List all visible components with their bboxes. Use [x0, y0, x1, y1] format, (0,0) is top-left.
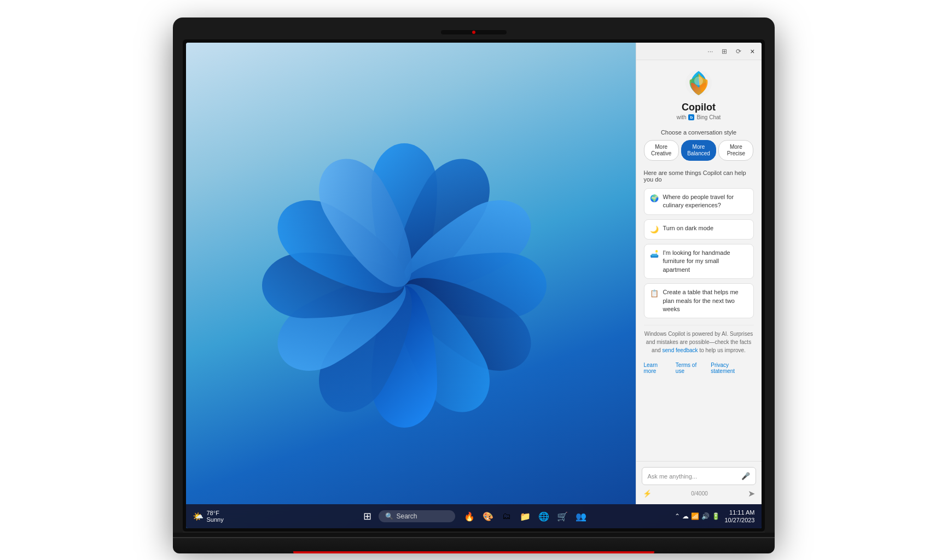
send-feedback-link[interactable]: send feedback: [663, 347, 698, 353]
clock[interactable]: 11:11 AM 10/27/2023: [724, 509, 754, 524]
privacy-link[interactable]: Privacy statement: [711, 362, 753, 374]
titlebar-more-btn[interactable]: ···: [705, 46, 715, 56]
copilot-links: Learn more Terms of use Privacy statemen…: [644, 359, 754, 377]
bing-badge: b: [688, 114, 694, 120]
hinge: [173, 533, 775, 538]
app-teams[interactable]: 👥: [573, 509, 589, 524]
copilot-input-area: Ask me anything... 🎤 ⚡ 0/4000 ➤: [636, 461, 762, 504]
svg-point-1: [694, 77, 703, 85]
titlebar-history-btn[interactable]: ⟳: [734, 46, 743, 56]
app-explorer[interactable]: 🗂: [499, 509, 514, 524]
plugin-icon[interactable]: ⚡: [643, 489, 652, 498]
app-browser[interactable]: 🌐: [536, 509, 551, 524]
copilot-title: Copilot: [682, 102, 716, 113]
char-count: 0/4000: [691, 491, 708, 497]
close-button[interactable]: ×: [748, 46, 757, 57]
search-icon: 🔍: [385, 512, 393, 520]
taskbar-search[interactable]: 🔍 Search: [379, 510, 455, 522]
titlebar-new-btn[interactable]: ⊞: [719, 46, 729, 56]
help-label: Here are some things Copilot can help yo…: [644, 170, 754, 183]
suggestion-meals[interactable]: 📋 Create a table that helps me plan meal…: [644, 283, 754, 318]
copilot-titlebar: ··· ⊞ ⟳ ×: [636, 43, 762, 60]
weather-info: 78°F Sunny: [207, 510, 224, 523]
weather-temp: 78°F: [207, 510, 224, 516]
screen-bezel: ··· ⊞ ⟳ ×: [183, 39, 765, 532]
search-text: Search: [397, 512, 417, 520]
windows-logo: ⊞: [363, 510, 371, 522]
system-tray: ⌃ ☁ 📶 🔊 🔋: [675, 512, 720, 520]
btn-balanced[interactable]: MoreBalanced: [681, 140, 716, 161]
taskbar-right: ⌃ ☁ 📶 🔊 🔋 11:11 AM 10/27/2023: [675, 509, 754, 524]
suggestion-culinary[interactable]: 🌍 Where do people travel for culinary ex…: [644, 188, 754, 215]
taskbar-apps: 🔥 🎨 🗂 📁 🌐 🛒 👥: [462, 509, 589, 524]
taskbar-left: 🌤️ 78°F Sunny: [193, 510, 224, 523]
sofa-icon: 🛋️: [650, 249, 659, 259]
clock-date: 10/27/2023: [724, 516, 754, 524]
wallpaper-flower: [268, 149, 541, 422]
screen: ··· ⊞ ⟳ ×: [186, 43, 762, 528]
send-button[interactable]: ➤: [748, 488, 755, 499]
battery-icon: 🔋: [712, 512, 720, 520]
suggestion-furniture[interactable]: 🛋️ I'm looking for handmade furniture fo…: [644, 244, 754, 279]
network-icon: ☁: [682, 512, 689, 520]
mic-icon[interactable]: 🎤: [741, 472, 750, 480]
conv-style-label: Choose a conversation style: [661, 129, 736, 136]
learn-more-link[interactable]: Learn more: [644, 362, 671, 374]
volume-icon[interactable]: 🔊: [701, 512, 710, 520]
btn-precise[interactable]: MorePrecise: [718, 140, 753, 161]
copilot-body: Copilot with b Bing Chat Choose a conver…: [636, 60, 762, 461]
camera-notch: [441, 30, 507, 34]
taskbar: 🌤️ 78°F Sunny ⊞ 🔍 Search 🔥: [186, 504, 762, 528]
input-toolbar: ⚡ 0/4000 ➤: [642, 488, 756, 499]
copilot-logo: [684, 69, 713, 97]
clock-time: 11:11 AM: [724, 509, 754, 516]
suggestion-darkmode[interactable]: 🌙 Turn on dark mode: [644, 219, 754, 240]
input-placeholder: Ask me anything...: [648, 473, 738, 480]
wifi-icon: 📶: [691, 512, 699, 520]
laptop-base: [173, 538, 775, 553]
camera-bar: [183, 27, 765, 37]
app-files[interactable]: 🔥: [462, 509, 477, 524]
copilot-panel: ··· ⊞ ⟳ ×: [636, 43, 762, 504]
app-store[interactable]: 🛒: [555, 509, 570, 524]
tray-up-arrow[interactable]: ⌃: [675, 512, 680, 520]
app-edge[interactable]: 🎨: [480, 509, 496, 524]
app-folder[interactable]: 📁: [518, 509, 533, 524]
table-icon: 📋: [650, 289, 659, 299]
ai-disclaimer: Windows Copilot is powered by AI. Surpri…: [644, 325, 754, 359]
conv-style-buttons: MoreCreative MoreBalanced MorePrecise: [644, 140, 754, 161]
weather-icon: 🌤️: [193, 511, 204, 522]
moon-icon: 🌙: [650, 225, 659, 235]
weather-condition: Sunny: [207, 516, 224, 523]
taskbar-center: ⊞ 🔍 Search 🔥 🎨 🗂 📁 🌐 🛒 👥: [359, 508, 589, 525]
start-button[interactable]: ⊞: [359, 508, 376, 525]
globe-icon: 🌍: [650, 194, 659, 203]
copilot-subtitle: with b Bing Chat: [677, 114, 721, 120]
laptop-shell: ··· ⊞ ⟳ ×: [173, 18, 775, 542]
input-box: Ask me anything... 🎤: [642, 467, 756, 485]
terms-link[interactable]: Terms of use: [676, 362, 706, 374]
camera-dot: [472, 31, 475, 34]
btn-creative[interactable]: MoreCreative: [644, 140, 679, 161]
